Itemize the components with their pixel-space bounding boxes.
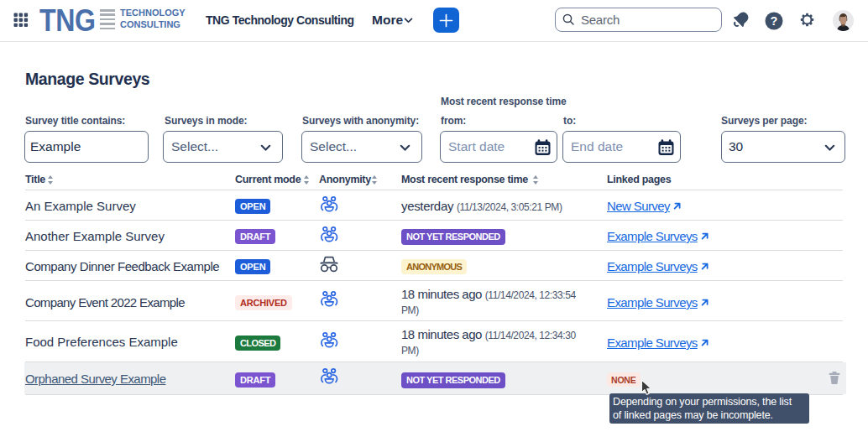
svg-text:?: ? [771, 14, 778, 28]
